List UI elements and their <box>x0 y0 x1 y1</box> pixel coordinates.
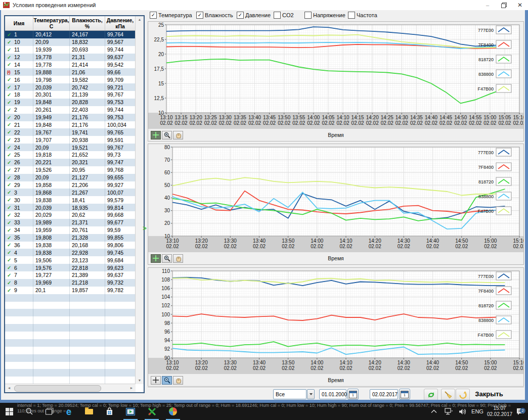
file-explorer-button[interactable] <box>80 403 98 420</box>
table-row[interactable] <box>5 354 136 362</box>
crosshair-tool-button[interactable] <box>151 131 161 139</box>
column-header[interactable]: Имя <box>5 16 33 30</box>
table-row[interactable] <box>5 362 136 369</box>
table-row[interactable]: ✓2420,0919,52199,767 <box>5 144 136 151</box>
table-row[interactable]: ✓3319,98921,37199,677 <box>5 219 136 226</box>
table-row[interactable]: ✓3619,83820,16899,806 <box>5 242 136 249</box>
table-row[interactable]: ✓1619,79819,58299,709 <box>5 76 136 83</box>
table-row[interactable]: ✓419,83822,92899,745 <box>5 249 136 256</box>
table-row[interactable]: ✓920,119,85799,782 <box>5 287 136 294</box>
media-app-button[interactable] <box>121 403 140 420</box>
table-row[interactable]: ✓2219,76719,74199,765 <box>5 128 136 136</box>
table-row[interactable] <box>5 302 136 309</box>
zoom-tool-button[interactable] <box>162 131 172 139</box>
table-row[interactable] <box>5 369 136 377</box>
table-row[interactable]: ✓2820,0921,12799,655 <box>5 174 136 181</box>
collapse-table-button[interactable]: > <box>142 224 148 232</box>
palette-app-button[interactable] <box>164 403 182 420</box>
table-row[interactable]: ✓1219,77821,3199,637 <box>5 54 136 61</box>
table-row[interactable]: ✓519,50623,12399,684 <box>5 256 136 264</box>
scroll-up-icon[interactable]: ▲ <box>136 16 144 23</box>
table-row[interactable] <box>5 377 136 384</box>
date-from-calendar-button[interactable]: 1 <box>347 389 359 400</box>
scrollbar-thumb[interactable] <box>14 385 101 392</box>
pan-tool-button[interactable] <box>173 131 183 139</box>
tray-expand-button[interactable] <box>428 403 440 420</box>
crosshair-tool-button[interactable] <box>151 376 161 385</box>
close-dialog-button[interactable]: Закрыть <box>472 390 506 398</box>
close-icon[interactable]: ✕ <box>512 0 528 10</box>
scroll-left-icon[interactable]: ◄ <box>5 385 13 392</box>
table-row[interactable]: ✓3419,95920,76199,59 <box>5 226 136 234</box>
table-row[interactable]: ✓719,72721,38999,637 <box>5 271 136 279</box>
table-row[interactable]: ✓1119,93920,69399,744 <box>5 46 136 54</box>
table-row[interactable]: ✓120,41224,16799,764 <box>5 31 136 38</box>
date-from-input[interactable]: 01.01.2000 <box>319 389 346 399</box>
table-row[interactable]: ✓2620,22120,32199,747 <box>5 159 136 166</box>
table-vertical-scrollbar[interactable]: ▲ ▼ <box>135 16 144 384</box>
date-to-input[interactable]: 02.02.2017 <box>370 389 398 399</box>
table-row[interactable]: ✓3519,80821,32899,855 <box>5 234 136 242</box>
temperature-plot[interactable]: 2522,52017,51512,51013:1002.0213:1502.02… <box>148 22 523 129</box>
column-header[interactable]: Влажность,% <box>70 16 105 30</box>
start-button[interactable] <box>0 403 18 420</box>
table-row[interactable]: ✓3019,83818,4199,579 <box>5 196 136 204</box>
table-row[interactable] <box>5 339 136 347</box>
series-toggle-2[interactable]: ✓Влажность <box>196 12 233 19</box>
table-row[interactable]: ✓3220,02920,6299,668 <box>5 211 136 219</box>
undo-button[interactable] <box>456 389 470 401</box>
table-row[interactable]: ✓2519,81821,65299,73 <box>5 151 136 159</box>
scroll-right-icon[interactable]: ► <box>127 385 136 392</box>
network-tray-button[interactable] <box>442 403 455 420</box>
pan-tool-button[interactable] <box>173 376 183 385</box>
pan-tool-button[interactable] <box>173 254 183 263</box>
table-row[interactable] <box>5 309 136 316</box>
humidity-plot[interactable]: 807060504030201013:1002.0213:2002.0213:3… <box>148 144 523 252</box>
table-row[interactable] <box>5 324 136 332</box>
table-row[interactable]: ✓619,57622,81899,623 <box>5 264 136 271</box>
table-row[interactable]: ✓2919,85821,20699,927 <box>5 181 136 189</box>
notification-center-button[interactable]: 2 <box>514 403 527 420</box>
table-row[interactable]: ✓319,86821,267100,07 <box>5 189 136 196</box>
table-row[interactable]: ✓3120,03918,93599,814 <box>5 204 136 211</box>
series-toggle-3[interactable]: ✓Давление <box>237 12 271 19</box>
table-row[interactable]: ✓2719,52620,9599,768 <box>5 166 136 174</box>
pressure-plot[interactable]: 110108106104102100989694929013:1002.0213… <box>148 268 523 374</box>
minimize-icon[interactable]: – <box>479 0 496 10</box>
scroll-down-icon[interactable]: ▼ <box>136 377 144 384</box>
zoom-tool-button[interactable] <box>162 254 172 263</box>
filter-dropdown-button[interactable] <box>307 389 315 399</box>
maximize-icon[interactable] <box>496 0 512 10</box>
clock[interactable]: 15:07 02.02.2017 <box>485 403 515 420</box>
volume-tray-button[interactable] <box>456 403 469 420</box>
table-row[interactable]: ✓1919,84820,82899,753 <box>5 99 136 106</box>
refresh-button[interactable] <box>424 389 438 401</box>
date-to-calendar-button[interactable]: 1 <box>399 389 410 400</box>
task-view-button[interactable] <box>40 403 59 420</box>
table-row[interactable]: ✓1720,03920,74299,721 <box>5 83 136 91</box>
measurement-app-button[interactable] <box>143 403 161 420</box>
table-row[interactable] <box>5 347 136 354</box>
table-row[interactable]: ✓2319,70720,93899,591 <box>5 136 136 144</box>
table-row[interactable] <box>5 332 136 339</box>
table-row[interactable] <box>5 316 136 324</box>
table-row[interactable]: ✓1820,30121,13999,767 <box>5 91 136 99</box>
language-indicator[interactable]: ENG <box>469 403 486 420</box>
edge-browser-button[interactable]: e <box>60 403 78 420</box>
table-row[interactable]: ✓1419,77821,41499,542 <box>5 61 136 69</box>
series-toggle-4[interactable]: CO2 <box>274 12 294 19</box>
table-row[interactable]: (•)1519,88821,0699,66 <box>5 68 136 76</box>
series-toggle-5[interactable]: Напряжение <box>304 12 345 19</box>
filter-select[interactable]: Все <box>273 389 306 399</box>
taskbar-search-button[interactable] <box>20 403 38 420</box>
column-header[interactable]: Температура,С <box>33 16 70 30</box>
zoom-tool-button[interactable] <box>162 376 172 385</box>
series-toggle-6[interactable]: Частота <box>348 12 377 19</box>
table-row[interactable]: ✓819,96921,21899,732 <box>5 279 136 287</box>
table-row[interactable] <box>5 294 136 302</box>
series-toggle-1[interactable]: ✓Температура <box>150 12 192 19</box>
table-row[interactable]: ✓2019,94921,17699,753 <box>5 114 136 121</box>
windows-store-button[interactable] <box>100 403 118 420</box>
table-row[interactable]: ✓1020,0918,83299,567 <box>5 38 136 46</box>
table-row[interactable]: ✓220,26122,40399,744 <box>5 106 136 114</box>
